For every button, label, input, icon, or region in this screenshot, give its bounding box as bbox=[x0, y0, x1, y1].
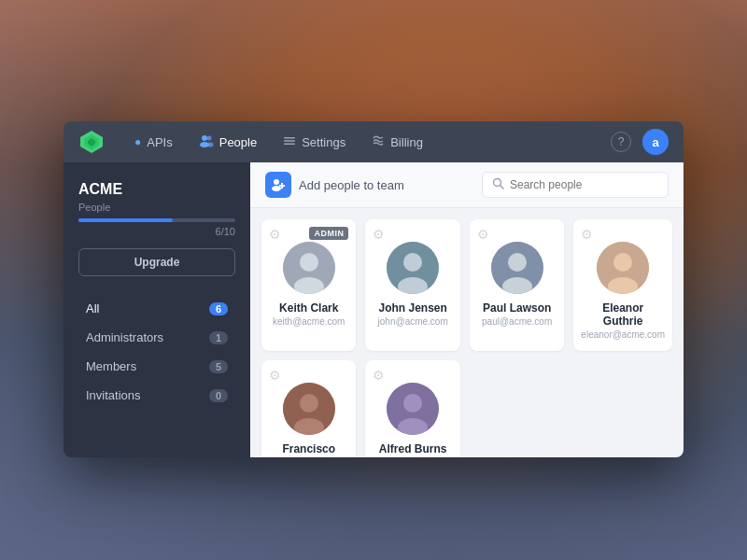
people-icon bbox=[199, 134, 214, 150]
search-box[interactable] bbox=[482, 172, 669, 198]
person-name-alfred: Alfred Burns bbox=[379, 442, 447, 455]
person-name-john: John Jensen bbox=[379, 301, 447, 315]
nav-label-people: People bbox=[219, 135, 257, 149]
search-input[interactable] bbox=[510, 178, 658, 191]
sidebar-item-all[interactable]: All 6 bbox=[78, 295, 235, 322]
nav-label-apis: APIs bbox=[147, 135, 172, 149]
svg-point-3 bbox=[202, 135, 207, 141]
avatar-paul bbox=[491, 242, 543, 294]
svg-point-26 bbox=[613, 253, 632, 272]
avatar-keith bbox=[283, 242, 335, 294]
sidebar-label-invitations: Invitations bbox=[86, 388, 141, 402]
help-icon: ? bbox=[618, 135, 625, 148]
progress-bar-fill bbox=[78, 218, 173, 222]
person-email-paul: paul@acme.com bbox=[482, 316, 552, 327]
user-avatar[interactable]: a bbox=[642, 129, 669, 155]
person-name-eleanor: Eleanor Guthrie bbox=[581, 301, 665, 328]
progress-bar-container bbox=[78, 218, 235, 222]
gear-icon-eleanor[interactable]: ⚙ bbox=[581, 227, 593, 242]
svg-point-32 bbox=[403, 394, 422, 413]
app-logo bbox=[78, 129, 105, 155]
svg-rect-9 bbox=[284, 143, 295, 145]
svg-rect-8 bbox=[284, 140, 295, 142]
progress-label: 6/10 bbox=[78, 226, 235, 237]
sidebar-item-administrators[interactable]: Administrators 1 bbox=[78, 324, 235, 351]
person-card-paul-lawson: ⚙ Paul Lawson paul@acme.com bbox=[470, 219, 564, 351]
person-card-eleanor-guthrie: ⚙ Eleanor Guthrie eleanor@acme.com bbox=[573, 219, 672, 351]
person-card-alfred-burns: ⚙ Alfred Burns bbox=[365, 360, 459, 457]
sidebar-item-invitations[interactable]: Invitations 0 bbox=[78, 382, 235, 409]
sidebar-nav: All 6 Administrators 1 Members 5 Invitat… bbox=[78, 295, 235, 411]
avatar-label: a bbox=[652, 135, 658, 149]
top-nav: ● APIs People bbox=[63, 121, 684, 162]
avatar-eleanor bbox=[597, 242, 649, 294]
content-header: Add people to team bbox=[250, 162, 684, 208]
main-area: ACME People 6/10 Upgrade All 6 Administr… bbox=[63, 162, 684, 457]
person-email-eleanor: eleanor@acme.com bbox=[581, 329, 665, 340]
upgrade-button[interactable]: Upgrade bbox=[78, 248, 235, 276]
sidebar: ACME People 6/10 Upgrade All 6 Administr… bbox=[63, 162, 250, 457]
person-name-keith: Keith Clark bbox=[279, 301, 338, 315]
nav-item-apis[interactable]: ● APIs bbox=[123, 130, 184, 155]
sidebar-item-members[interactable]: Members 5 bbox=[78, 353, 235, 380]
svg-point-10 bbox=[274, 179, 279, 185]
sidebar-label-all: All bbox=[86, 301, 99, 315]
people-grid: ⚙ ADMIN Keith Clark keith@acme.com ⚙ bbox=[250, 208, 684, 457]
nav-label-settings: Settings bbox=[302, 135, 345, 149]
svg-point-20 bbox=[403, 253, 422, 272]
settings-icon bbox=[283, 134, 296, 150]
svg-point-23 bbox=[508, 253, 527, 272]
content-area: Add people to team ⚙ A bbox=[250, 162, 684, 457]
admin-badge-keith: ADMIN bbox=[309, 227, 348, 240]
nav-label-billing: Billing bbox=[390, 135, 423, 149]
add-people-label: Add people to team bbox=[299, 178, 404, 192]
gear-icon-francisco[interactable]: ⚙ bbox=[269, 368, 281, 383]
svg-point-4 bbox=[206, 135, 211, 140]
sidebar-label-members: Members bbox=[86, 359, 136, 373]
badge-members: 5 bbox=[209, 360, 228, 373]
badge-administrators: 1 bbox=[209, 331, 228, 344]
add-people-icon bbox=[265, 172, 291, 198]
person-card-francisco-hawkins: ⚙ Francisco Hawkins bbox=[261, 360, 356, 457]
gear-icon-paul[interactable]: ⚙ bbox=[477, 227, 489, 242]
nav-item-people[interactable]: People bbox=[188, 129, 268, 156]
badge-all: 6 bbox=[209, 302, 228, 315]
nav-item-billing[interactable]: Billing bbox=[360, 129, 434, 156]
gear-icon-keith[interactable]: ⚙ bbox=[269, 227, 281, 242]
app-window: ● APIs People bbox=[63, 121, 684, 457]
person-name-francisco: Francisco Hawkins bbox=[269, 442, 348, 457]
nav-item-settings[interactable]: Settings bbox=[272, 129, 357, 156]
person-name-paul: Paul Lawson bbox=[483, 301, 551, 315]
avatar-alfred bbox=[387, 383, 439, 435]
person-card-john-jensen: ⚙ John Jensen john@acme.com bbox=[365, 219, 459, 351]
badge-invitations: 0 bbox=[209, 389, 228, 402]
sidebar-label-administrators: Administrators bbox=[86, 330, 163, 344]
gear-icon-alfred[interactable]: ⚙ bbox=[373, 368, 385, 383]
svg-line-15 bbox=[500, 186, 504, 189]
svg-point-6 bbox=[206, 142, 213, 147]
help-button[interactable]: ? bbox=[611, 132, 631, 152]
avatar-john bbox=[387, 242, 439, 294]
add-people-button[interactable]: Add people to team bbox=[265, 172, 404, 198]
search-icon bbox=[492, 177, 504, 192]
person-card-keith-clark: ⚙ ADMIN Keith Clark keith@acme.com bbox=[261, 219, 356, 351]
person-email-john: john@acme.com bbox=[378, 316, 448, 327]
svg-rect-7 bbox=[284, 137, 295, 139]
sidebar-section-label: People bbox=[78, 202, 235, 213]
billing-icon bbox=[372, 134, 385, 150]
api-icon: ● bbox=[134, 135, 141, 148]
svg-point-29 bbox=[300, 394, 318, 413]
org-name: ACME bbox=[78, 181, 235, 198]
person-email-keith: keith@acme.com bbox=[273, 316, 345, 327]
nav-items: ● APIs People bbox=[123, 129, 603, 156]
svg-point-17 bbox=[300, 253, 318, 272]
gear-icon-john[interactable]: ⚙ bbox=[373, 227, 385, 242]
avatar-francisco bbox=[283, 383, 335, 435]
